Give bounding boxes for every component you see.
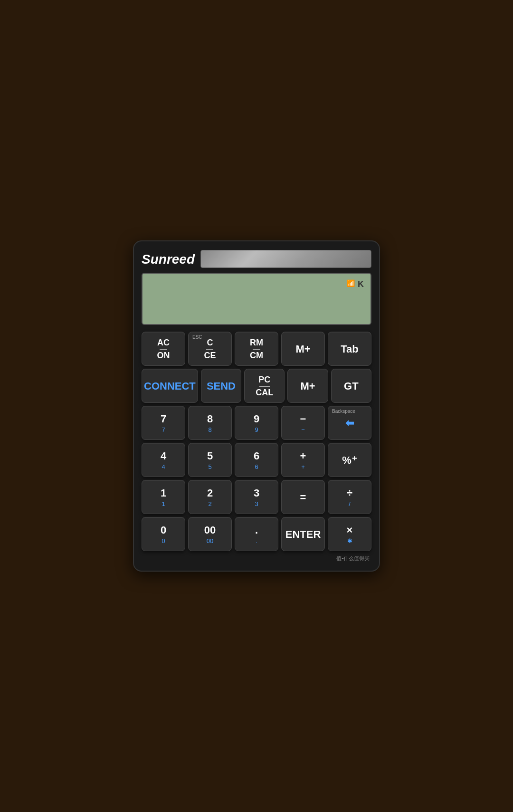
key-5-sub: 5 [208,463,211,470]
key-row-1: CONNECTSENDPCCALM+GT [142,369,371,403]
key-send[interactable]: SEND [201,369,241,403]
key-pc-cal-label: PCCAL [256,375,273,398]
key-m-plus2[interactable]: M+ [287,369,328,403]
key-00-sub: 00 [207,537,213,545]
key-plus-sub: + [301,463,305,470]
key-rm-cm-main: RM [250,338,263,348]
key-m-plus1[interactable]: M+ [281,332,325,366]
key-percent-main: %⁺ [342,455,357,466]
watermark: 值•什么值得买 [142,555,371,562]
key-m-plus2-main: M+ [300,381,315,392]
key-dot-sub: . [256,537,257,545]
key-row-0: ACONESCCCERMCMM+Tab [142,332,371,366]
key-9-sub: 9 [255,426,258,433]
key-backspace[interactable]: Backspace⬅ [328,406,371,440]
key-4[interactable]: 44 [142,443,185,477]
key-2-sub: 2 [208,500,211,507]
display: 📶 K [142,273,371,325]
key-pc-cal-under: CAL [256,388,273,398]
key-gt-main: GT [344,381,359,392]
key-0[interactable]: 00 [142,517,185,551]
key-c-ce[interactable]: ESCCCE [188,332,232,366]
key-row-5: 000000..ENTER×✱ [142,517,371,551]
key-7[interactable]: 77 [142,406,185,440]
key-divide[interactable]: ÷/ [328,480,371,514]
key-gt[interactable]: GT [331,369,371,403]
key-8-main: 8 [207,413,213,425]
key-minus[interactable]: −− [281,406,325,440]
key-send-main: SEND [207,381,236,392]
key-0-main: 0 [161,525,166,536]
key-pc-cal[interactable]: PCCAL [244,369,285,403]
key-6-sub: 6 [255,463,258,470]
key-1-sub: 1 [162,500,165,507]
brand-label: Sunreed [142,250,195,267]
key-ac-on-label: ACON [157,338,170,361]
top-section: Sunreed [142,250,371,268]
key-multiply-sub: ✱ [347,537,352,545]
key-dot[interactable]: .. [235,517,278,551]
key-plus-main: + [300,450,306,462]
key-enter[interactable]: ENTER [281,517,325,551]
display-indicators: 📶 K [149,279,364,289]
key-equals-main: = [300,492,306,503]
key-ac-on-main: AC [157,338,170,348]
display-k: K [358,279,364,289]
key-9[interactable]: 99 [235,406,278,440]
key-c-ce-label: CCE [204,338,216,361]
key-5[interactable]: 55 [188,443,232,477]
key-2[interactable]: 22 [188,480,232,514]
wifi-icon: 📶 [347,279,355,287]
key-1-main: 1 [161,487,166,499]
key-3-sub: 3 [255,500,258,507]
key-0-sub: 0 [162,537,165,545]
key-pc-cal-main: PC [258,375,270,385]
key-8[interactable]: 88 [188,406,232,440]
key-row-2: 778899−−Backspace⬅ [142,406,371,440]
key-backspace-main: ⬅ [345,418,354,429]
key-plus[interactable]: ++ [281,443,325,477]
key-rm-cm-under: CM [250,351,263,361]
key-00-main: 00 [204,525,216,536]
key-multiply-main: × [347,525,353,536]
key-minus-sub: − [301,426,305,433]
key-3-main: 3 [254,487,259,499]
key-m-plus1-main: M+ [295,344,310,355]
key-minus-main: − [300,413,306,425]
key-tab-main: Tab [341,344,358,355]
key-connect[interactable]: CONNECT [142,369,198,403]
key-8-sub: 8 [208,426,211,433]
key-4-main: 4 [161,450,166,462]
key-multiply[interactable]: ×✱ [328,517,371,551]
key-5-main: 5 [207,450,213,462]
key-enter-main: ENTER [285,529,321,540]
key-00[interactable]: 0000 [188,517,232,551]
key-row-4: 112233=÷/ [142,480,371,514]
key-row-3: 445566++%⁺ [142,443,371,477]
key-4-sub: 4 [162,463,165,470]
key-rm-cm[interactable]: RMCM [235,332,278,366]
key-c-ce-main: C [207,338,213,348]
key-equals[interactable]: = [281,480,325,514]
key-6[interactable]: 66 [235,443,278,477]
key-3[interactable]: 33 [235,480,278,514]
key-ac-on-under: ON [157,351,170,361]
key-7-main: 7 [161,413,166,425]
key-backspace-top: Backspace [332,409,355,414]
key-ac-on[interactable]: ACON [142,332,185,366]
key-7-sub: 7 [162,426,165,433]
key-percent[interactable]: %⁺ [328,443,371,477]
calculator: Sunreed 📶 K ACONESCCCERMCMM+TabCONNECTSE… [133,240,380,572]
display-value [149,298,364,319]
key-dot-main: . [255,525,258,536]
key-2-main: 2 [207,487,213,499]
key-9-main: 9 [254,413,259,425]
key-rm-cm-label: RMCM [250,338,263,361]
key-c-ce-top: ESC [192,334,202,340]
solar-panel [200,250,371,268]
key-divide-main: ÷ [347,487,352,499]
key-tab[interactable]: Tab [328,332,371,366]
key-1[interactable]: 11 [142,480,185,514]
keypad: ACONESCCCERMCMM+TabCONNECTSENDPCCALM+GT7… [142,332,371,551]
key-divide-sub: / [349,500,351,507]
